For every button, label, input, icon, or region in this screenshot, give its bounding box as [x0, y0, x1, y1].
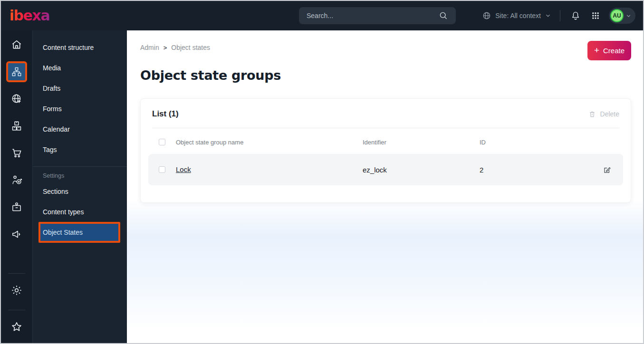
breadcrumb: Admin > Object states	[140, 44, 210, 51]
app-grid-icon[interactable]	[589, 9, 602, 22]
globe-icon	[482, 11, 491, 20]
menu-item-calendar[interactable]: Calendar	[33, 119, 127, 139]
card-divider	[152, 128, 619, 128]
site-globe-cursor-icon	[10, 93, 23, 105]
sidebar-item-admin-settings[interactable]	[6, 280, 27, 301]
search-icon[interactable]	[437, 9, 450, 22]
breadcrumb-object-states: Object states	[171, 44, 210, 51]
menu-item-drafts[interactable]: Drafts	[33, 78, 127, 98]
row-id: 2	[480, 166, 597, 174]
sidebar-divider	[8, 273, 25, 274]
top-bar: ibexa Site: All context	[1, 1, 643, 30]
sidebar-item-customers[interactable]	[6, 197, 27, 218]
chevron-down-icon	[545, 12, 551, 19]
personalization-target-icon	[10, 174, 23, 186]
shopping-cart-icon	[10, 147, 23, 159]
breadcrumb-admin[interactable]: Admin	[140, 44, 159, 51]
column-name: Object state group name	[176, 139, 363, 146]
main-sidebar	[1, 30, 33, 343]
create-button[interactable]: + Create	[587, 41, 631, 60]
user-menu[interactable]: AU	[609, 8, 635, 24]
notifications-bell-icon[interactable]	[569, 9, 582, 22]
edit-icon[interactable]	[603, 165, 612, 174]
menu-item-tags[interactable]: Tags	[33, 139, 127, 160]
row-name-link[interactable]: Lock	[176, 165, 191, 173]
customer-badge-icon	[10, 201, 23, 213]
sidebar-item-commerce[interactable]	[6, 143, 27, 163]
topbar-actions: Site: All context AU	[482, 8, 643, 24]
ibexa-logo: ibexa	[10, 9, 49, 23]
object-state-groups-card: List (1) Delete Object state group name …	[140, 98, 631, 203]
home-icon	[10, 38, 23, 51]
global-search[interactable]	[299, 7, 456, 24]
main-content: Admin > Object states + Create Object st…	[127, 30, 643, 343]
sidebar-item-personalization[interactable]	[6, 170, 27, 191]
delete-button-label: Delete	[600, 110, 619, 118]
sidebar-item-product-catalog[interactable]	[6, 115, 27, 136]
trash-icon	[588, 110, 596, 118]
megaphone-icon	[10, 228, 23, 240]
menu-item-media[interactable]: Media	[33, 57, 127, 78]
list-title: List (1)	[152, 109, 179, 119]
sidebar-divider	[8, 310, 25, 310]
search-input[interactable]	[307, 12, 437, 19]
chevron-down-icon	[625, 13, 632, 19]
topbar-divider	[560, 10, 560, 21]
menu-item-content-types[interactable]: Content types	[33, 201, 127, 222]
app-window: ibexa Site: All context	[0, 0, 644, 344]
site-context-label: Site: All context	[495, 12, 541, 19]
sidebar-item-home[interactable]	[6, 34, 27, 55]
sidebar-item-bookmarks[interactable]	[6, 316, 27, 337]
site-context-selector[interactable]: Site: All context	[482, 11, 551, 20]
menu-item-forms[interactable]: Forms	[33, 98, 127, 119]
menu-section-label: Settings	[33, 172, 127, 179]
column-identifier: Identifier	[363, 139, 480, 146]
table-row: Lock ez_lock 2	[148, 154, 623, 185]
create-button-label: Create	[603, 47, 625, 55]
avatar: AU	[610, 9, 624, 22]
menu-item-object-states[interactable]: Object States	[38, 222, 120, 243]
menu-item-sections[interactable]: Sections	[33, 181, 127, 201]
row-identifier: ez_lock	[363, 166, 480, 174]
breadcrumb-separator: >	[163, 44, 167, 51]
content-structure-icon	[11, 66, 22, 77]
secondary-menu: Content structure Media Drafts Forms Cal…	[33, 30, 127, 343]
menu-divider	[33, 166, 127, 167]
sidebar-item-site[interactable]	[6, 88, 27, 109]
select-all-checkbox[interactable]	[159, 139, 165, 145]
sidebar-item-content-structure[interactable]	[6, 61, 27, 82]
sidebar-item-marketing[interactable]	[6, 224, 27, 245]
product-boxes-icon	[10, 120, 23, 132]
gear-icon	[10, 284, 23, 296]
page-title: Object state groups	[140, 68, 631, 83]
column-id: ID	[480, 139, 605, 146]
table-header: Object state group name Identifier ID	[152, 137, 619, 147]
delete-button[interactable]: Delete	[588, 110, 619, 118]
star-icon	[10, 321, 23, 333]
plus-icon: +	[594, 46, 599, 55]
menu-item-content-structure[interactable]: Content structure	[33, 37, 127, 57]
row-checkbox[interactable]	[159, 166, 165, 173]
